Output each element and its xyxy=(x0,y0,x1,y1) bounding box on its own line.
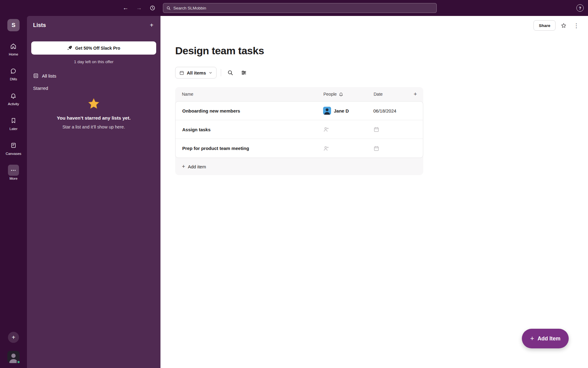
rail-item-label: More xyxy=(9,177,17,180)
list-table: Name People Date + xyxy=(175,87,423,175)
share-button[interactable]: Share xyxy=(533,20,556,31)
history-clock-icon[interactable] xyxy=(148,4,157,12)
item-people-cell[interactable]: Jane D xyxy=(323,107,373,115)
add-column-button[interactable]: + xyxy=(412,91,419,98)
global-search[interactable] xyxy=(163,3,437,13)
promo-upgrade-button[interactable]: Get 50% Off Slack Pro xyxy=(31,41,156,55)
calendar-icon xyxy=(373,145,379,151)
rocket-icon xyxy=(67,45,72,51)
rail-bottom: + xyxy=(7,332,20,368)
back-icon[interactable]: ← xyxy=(121,4,130,12)
dms-icon xyxy=(8,65,19,76)
bookmark-icon xyxy=(8,115,19,126)
create-new-button[interactable]: + xyxy=(8,332,19,343)
user-avatar[interactable] xyxy=(7,351,20,363)
help-icon[interactable]: ? xyxy=(576,4,584,12)
starred-empty-state: You haven’t starred any lists yet. Star … xyxy=(27,93,160,129)
empty-state-title: You haven’t starred any lists yet. xyxy=(36,115,151,121)
all-items-filter[interactable]: All items xyxy=(175,67,217,79)
table-body: Onboarding new members Jane D xyxy=(175,101,423,158)
search-input[interactable] xyxy=(173,6,433,10)
rail-item-home[interactable]: Home xyxy=(8,40,19,56)
item-date-cell[interactable]: 06/18/2024 xyxy=(373,108,411,113)
add-item-row[interactable]: + Add item xyxy=(175,158,423,175)
people-column-label: People xyxy=(323,92,337,97)
rail-item-activity[interactable]: Activity xyxy=(8,90,19,106)
date-column-label: Date xyxy=(374,92,383,97)
chevron-down-icon xyxy=(209,71,213,75)
item-date-cell[interactable] xyxy=(373,145,411,151)
left-rail: S Home DMs xyxy=(0,16,27,368)
assignee-avatar xyxy=(323,107,331,115)
sidebar-item-all-lists[interactable]: All lists xyxy=(27,71,160,81)
notify-bell-icon xyxy=(339,92,343,97)
sidebar-title: Lists xyxy=(33,22,46,29)
add-item-fab[interactable]: + Add Item xyxy=(522,329,569,348)
assignee-name: Jane D xyxy=(334,108,349,113)
star-list-button[interactable] xyxy=(559,21,568,30)
promo-subtext: 1 day left on this offer xyxy=(27,59,160,64)
item-name-cell[interactable]: Prep for product team meeting xyxy=(182,146,323,151)
column-header-people[interactable]: People xyxy=(323,92,374,97)
bell-icon xyxy=(8,90,19,101)
add-item-label: Add item xyxy=(188,164,206,169)
new-list-button[interactable]: + xyxy=(147,21,156,30)
rail-item-label: DMs xyxy=(10,77,17,81)
table-row[interactable]: Onboarding new members Jane D xyxy=(175,102,423,120)
home-icon xyxy=(8,40,19,52)
calendar-icon xyxy=(373,126,379,132)
workspace-switcher[interactable]: S xyxy=(7,19,20,31)
item-people-cell[interactable] xyxy=(323,126,373,132)
filter-sliders-icon[interactable] xyxy=(239,68,249,78)
slack-app: ← → ? S xyxy=(0,0,588,368)
top-bar: ← → ? xyxy=(0,0,588,16)
person-add-icon xyxy=(323,145,329,151)
rail-item-label: Canvases xyxy=(6,152,21,155)
rail-item-label: Activity xyxy=(8,102,19,106)
column-header-name[interactable]: Name xyxy=(182,92,323,97)
history-nav: ← → xyxy=(121,0,157,16)
more-options-kebab-icon[interactable]: ⋮ xyxy=(571,21,581,30)
more-icon xyxy=(8,165,19,176)
rail-item-more[interactable]: More xyxy=(8,165,19,180)
all-items-label: All items xyxy=(187,70,206,75)
item-name-cell[interactable]: Assign tasks xyxy=(182,127,323,132)
empty-state-subtitle: Star a list and it’ll show up here. xyxy=(36,125,151,129)
search-icon xyxy=(166,6,171,10)
canvas-icon xyxy=(8,140,19,151)
table-wrapper: Name People Date + xyxy=(175,87,423,175)
column-header-date[interactable]: Date xyxy=(374,92,412,97)
starred-section-header[interactable]: Starred xyxy=(27,81,160,93)
person-add-icon xyxy=(323,126,329,132)
lists-grid-icon xyxy=(33,73,39,79)
rail-item-dms[interactable]: DMs xyxy=(8,65,19,81)
table-row[interactable]: Assign tasks xyxy=(175,120,423,139)
plus-icon: + xyxy=(182,163,185,170)
sidebar-header: Lists + xyxy=(27,16,160,30)
table-row[interactable]: Prep for product team meeting xyxy=(175,139,423,158)
lists-sidebar: Lists + Get 50% Off Slack Pro 1 day left… xyxy=(27,16,160,368)
rail-item-label: Home xyxy=(9,52,18,56)
box-icon xyxy=(179,70,184,75)
rail-item-canvases[interactable]: Canvases xyxy=(6,140,21,155)
rail-item-later[interactable]: Later xyxy=(8,115,19,131)
filter-toolbar: All items xyxy=(175,67,249,79)
table-header-row: Name People Date + xyxy=(175,87,423,101)
page-title: Design team tasks xyxy=(175,45,264,57)
all-lists-label: All lists xyxy=(42,73,56,79)
star-emoji-icon xyxy=(87,98,100,110)
item-people-cell[interactable] xyxy=(323,145,373,151)
name-column-label: Name xyxy=(182,92,193,97)
plus-icon: + xyxy=(530,335,534,342)
promo-label: Get 50% Off Slack Pro xyxy=(75,46,120,51)
rail-item-label: Later xyxy=(9,127,17,131)
add-item-fab-label: Add Item xyxy=(537,335,560,342)
item-name-cell[interactable]: Onboarding new members xyxy=(182,108,323,113)
list-main-panel: Share ⋮ Design team tasks All items xyxy=(160,16,588,368)
list-actions: Share ⋮ xyxy=(533,20,581,31)
rail-items: Home DMs Activity xyxy=(6,40,21,180)
item-date-cell[interactable] xyxy=(373,126,411,132)
forward-icon[interactable]: → xyxy=(135,4,143,12)
presence-indicator xyxy=(17,360,21,364)
search-in-list-button[interactable] xyxy=(225,68,235,78)
